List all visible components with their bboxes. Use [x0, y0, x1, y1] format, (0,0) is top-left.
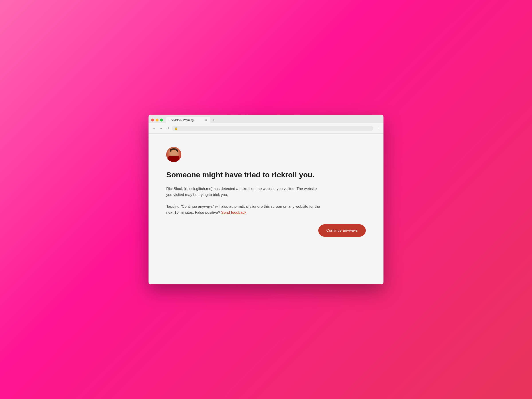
minimize-button[interactable]	[156, 119, 158, 121]
forward-button[interactable]: →	[158, 126, 164, 131]
active-tab[interactable]: RickBlock Warning ×	[166, 117, 210, 123]
button-row: Continue anyways	[166, 224, 366, 237]
tab-bar: RickBlock Warning × +	[149, 115, 383, 123]
close-button[interactable]	[151, 119, 154, 121]
browser-menu-button[interactable]: ⋮	[375, 125, 381, 132]
warning-avatar	[166, 147, 181, 162]
send-feedback-link[interactable]: Send feedback	[221, 210, 246, 215]
avatar-inner	[166, 147, 181, 162]
lock-icon: 🔒	[174, 127, 178, 130]
browser-chrome: RickBlock Warning × + ← → ↺ 🔒 ⋮	[149, 115, 383, 134]
maximize-button[interactable]	[160, 119, 163, 121]
browser-window: RickBlock Warning × + ← → ↺ 🔒 ⋮	[149, 115, 383, 284]
continue-anyways-button[interactable]: Continue anyways	[318, 224, 366, 237]
description-text-1: RickBlock (rblock.glitch.me) has detecte…	[166, 186, 321, 198]
warning-title: Someone might have tried to rickroll you…	[166, 170, 366, 180]
traffic-lights	[151, 119, 163, 121]
back-button[interactable]: ←	[151, 126, 157, 131]
description-text-2: Tapping "Continue anyways" will also aut…	[166, 203, 321, 215]
tab-title: RickBlock Warning	[170, 118, 194, 122]
page-content: Someone might have tried to rickroll you…	[149, 134, 383, 284]
tab-close-icon[interactable]: ×	[205, 118, 207, 122]
refresh-button[interactable]: ↺	[165, 126, 170, 131]
address-bar-row: ← → ↺ 🔒 ⋮	[149, 123, 383, 134]
avatar-body	[168, 156, 179, 162]
address-bar[interactable]: 🔒	[172, 126, 373, 131]
new-tab-button[interactable]: +	[210, 117, 216, 123]
